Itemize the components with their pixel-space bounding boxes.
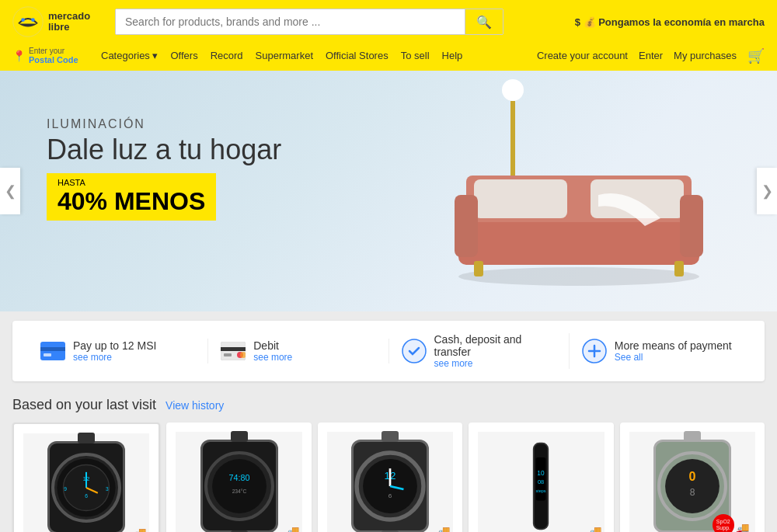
svg-rect-10 [474,179,567,218]
debit-icon [221,339,246,363]
more-payment-link[interactable]: See all [615,352,732,363]
nav-offers[interactable]: Offers [170,50,197,61]
svg-rect-18 [44,353,51,356]
svg-rect-21 [224,353,232,356]
svg-text:steps: steps [536,489,546,493]
svg-rect-17 [40,347,65,351]
more-payment-title: More means of payment [615,339,732,352]
svg-text:6: 6 [85,493,88,499]
product-image-5: 0 8 SpO2Supp. 🚚 [629,432,755,532]
spo2-badge: SpO2Supp. [713,514,734,532]
svg-point-1 [21,18,25,22]
payment-item-cash[interactable]: Cash, deposit and transfer see more [389,333,570,369]
debit-link[interactable]: see more [253,352,292,363]
svg-text:9: 9 [64,486,67,492]
msi-icon [40,339,65,363]
delivery-icon-5: 🚚 [736,522,749,532]
nav-to-sell[interactable]: To sell [401,50,430,61]
economia-text: $ 💰 Pongamos la economía en marcha [575,16,765,28]
banner-title: Dale luz a tu hogar [47,134,281,165]
svg-point-7 [458,267,699,286]
banner-next-button[interactable]: ❯ [757,168,777,214]
banner-text: ILUMINACIÓN Dale luz a tu hogar HASTA 40… [47,117,281,221]
banner-prev-button[interactable]: ❮ [0,168,20,214]
banner-discount-text: 40% MENOS [57,187,205,215]
search-bar: 🔍 [115,9,503,35]
svg-point-0 [13,7,43,37]
svg-rect-13 [680,195,703,257]
delivery-icon-4: 🚚 [588,525,601,532]
svg-text:234°C: 234°C [232,489,246,494]
nav-supermarket[interactable]: Supermarket [256,50,313,61]
msi-link[interactable]: see more [73,352,156,363]
product-card-1[interactable]: 12 6 9 3 🚚 $ 3,49140 57% OFF 12x $ 290.9… [12,422,160,532]
nav-help[interactable]: Help [442,50,463,61]
svg-text:3: 3 [106,486,109,492]
svg-rect-20 [221,347,246,351]
debit-info: Debit see more [253,339,292,363]
svg-point-3 [502,79,524,101]
nav-official-stores[interactable]: Official Stores [326,50,388,61]
nav-categories[interactable]: Categories ▾ [101,50,158,61]
logo-text: mercado libre [48,11,90,33]
svg-text:6: 6 [388,492,392,499]
svg-text:0: 0 [688,469,695,483]
cart-icon[interactable]: 🛒 [747,47,765,64]
svg-text:74:80: 74:80 [228,473,249,482]
hero-banner: ❮ ILUMINACIÓN Dale luz a tu hogar HASTA … [0,71,777,311]
create-account-link[interactable]: Create your account [537,50,628,61]
svg-text:08: 08 [538,478,544,485]
products-section: Based on your last visit View history 12… [0,391,777,532]
search-input[interactable] [116,9,465,34]
enter-link[interactable]: Enter [639,50,663,61]
more-payment-icon [582,339,607,363]
header-right: $ 💰 Pongamos la economía en marcha [575,16,765,28]
nav-links: Categories ▾ Offers Record Supermarket O… [101,50,534,61]
cash-icon [402,339,427,363]
svg-point-53 [665,459,720,513]
payment-item-msi[interactable]: Pay up to 12 MSI see more [28,339,208,363]
product-image-4: 10 08 steps 🚚 [478,432,604,532]
more-payment-info: More means of payment See all [615,339,732,363]
msi-info: Pay up to 12 MSI see more [73,339,156,363]
section-header: Based on your last visit View history [12,397,765,413]
cash-title: Cash, deposit and transfer [434,333,556,358]
nav-record[interactable]: Record [211,50,243,61]
view-history-link[interactable]: View history [166,399,224,412]
cash-info: Cash, deposit and transfer see more [434,333,556,369]
cash-link[interactable]: see more [434,358,556,369]
search-button[interactable]: 🔍 [465,9,503,34]
sub-header: 📍 Enter your Postal Code Categories ▾ Of… [0,43,777,71]
svg-text:10: 10 [538,469,545,477]
svg-text:8: 8 [689,487,695,498]
svg-point-38 [212,459,267,513]
header: mercado libre 🔍 $ 💰 Pongamos la economía… [0,0,777,43]
postal-enter-label: Enter your [29,47,78,55]
svg-rect-12 [455,195,478,257]
postal-area[interactable]: 📍 Enter your Postal Code [12,47,98,64]
product-card-3[interactable]: 12 6 🚚 $ 799 42% OFF 12x $ 66.58 without… [318,422,462,532]
payment-strip: Pay up to 12 MSI see more Debit see more [12,321,765,381]
location-icon: 📍 [12,50,26,62]
delivery-icon-3: 🚚 [437,525,450,532]
banner-discount-badge: HASTA 40% MENOS [47,173,216,221]
product-image-3: 12 6 🚚 [327,432,453,532]
debit-title: Debit [253,339,292,352]
product-card-4[interactable]: 10 08 steps 🚚 $ 89779 52% OFF 12x $ 74.8… [469,422,613,532]
product-image-2: 74:80 234°C 🚚 [176,432,301,532]
product-card-5[interactable]: 0 8 SpO2Supp. 🚚 $ 3,4843.4 48% OFF 12x $… [620,422,765,532]
nav-right: Create your account Enter My purchases 🛒 [537,47,765,64]
product-image-1: 12 6 9 3 🚚 [23,433,149,532]
payment-item-more[interactable]: More means of payment See all [570,339,749,363]
product-card-2[interactable]: 74:80 234°C 🚚 $ 3,741 50% OFF 12x $ 311.… [166,422,311,532]
logo[interactable]: mercado libre [12,6,106,37]
delivery-icon-2: 🚚 [286,525,299,532]
payment-item-debit[interactable]: Debit see more [208,339,388,363]
svg-rect-15 [674,261,684,276]
svg-point-2 [31,18,35,22]
svg-point-24 [402,339,426,363]
my-purchases-link[interactable]: My purchases [674,50,737,61]
banner-sofa-illustration [443,117,715,311]
section-title: Based on your last visit [12,397,156,413]
msi-title: Pay up to 12 MSI [73,339,156,352]
